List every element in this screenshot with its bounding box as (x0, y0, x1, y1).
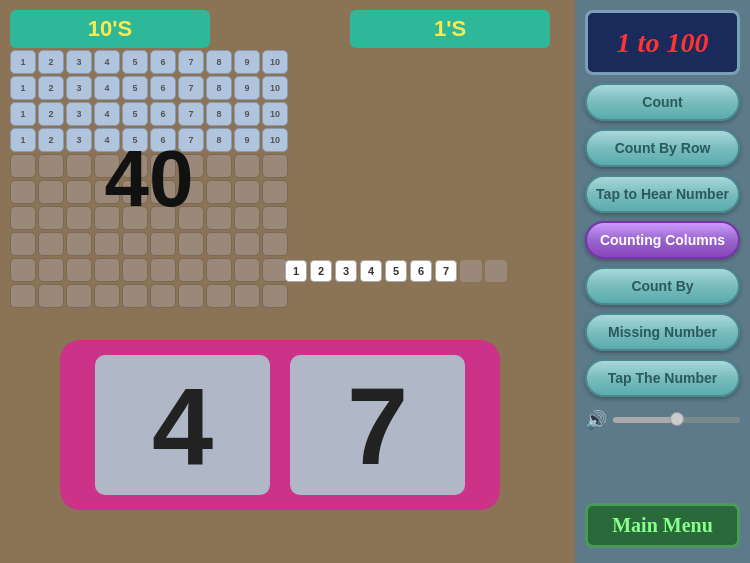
dot-cell[interactable] (206, 258, 232, 282)
dot-cell[interactable] (38, 180, 64, 204)
dot-cell[interactable] (66, 232, 92, 256)
dot-cell[interactable]: 1 (10, 50, 36, 74)
dot-cell[interactable] (234, 154, 260, 178)
dot-cell[interactable]: 5 (122, 50, 148, 74)
dot-cell[interactable]: 8 (206, 76, 232, 100)
volume-slider[interactable] (613, 417, 740, 423)
dot-cell[interactable] (178, 258, 204, 282)
dot-cell[interactable] (178, 284, 204, 308)
dot-cell[interactable] (122, 206, 148, 230)
dot-cell[interactable] (10, 284, 36, 308)
dot-cell[interactable] (122, 154, 148, 178)
dot-cell[interactable] (206, 232, 232, 256)
dot-cell[interactable] (150, 258, 176, 282)
dot-cell[interactable] (122, 180, 148, 204)
dot-cell[interactable]: 5 (122, 128, 148, 152)
dot-cell[interactable] (122, 258, 148, 282)
dot-cell[interactable] (206, 206, 232, 230)
dot-cell[interactable] (94, 206, 120, 230)
dot-cell[interactable] (150, 180, 176, 204)
dot-cell[interactable]: 7 (178, 128, 204, 152)
dot-cell[interactable] (234, 180, 260, 204)
dot-cell[interactable] (122, 284, 148, 308)
dot-cell[interactable]: 3 (66, 102, 92, 126)
dot-cell[interactable] (206, 154, 232, 178)
dot-cell[interactable] (206, 284, 232, 308)
dot-cell[interactable]: 1 (10, 76, 36, 100)
dot-cell[interactable]: 8 (206, 128, 232, 152)
dot-cell[interactable]: 2 (38, 76, 64, 100)
dot-cell[interactable] (206, 180, 232, 204)
row-number[interactable]: 1 (285, 260, 307, 282)
dot-cell[interactable] (66, 206, 92, 230)
dot-cell[interactable]: 3 (66, 128, 92, 152)
dot-cell[interactable] (234, 258, 260, 282)
dot-cell[interactable]: 3 (66, 50, 92, 74)
dot-cell[interactable] (94, 154, 120, 178)
row-number[interactable]: 7 (435, 260, 457, 282)
dot-cell[interactable]: 1 (10, 102, 36, 126)
dot-cell[interactable] (94, 258, 120, 282)
digit-display[interactable]: 4 7 (60, 340, 500, 510)
dot-cell[interactable] (150, 284, 176, 308)
dot-cell[interactable] (262, 284, 288, 308)
dot-cell[interactable] (10, 154, 36, 178)
dot-cell[interactable] (66, 284, 92, 308)
missing-number-button[interactable]: Missing Number (585, 313, 740, 351)
dot-grid[interactable]: 40 1234567891012345678910123456789101234… (10, 50, 288, 308)
dot-cell[interactable]: 4 (94, 50, 120, 74)
dot-cell[interactable] (178, 154, 204, 178)
dot-cell[interactable] (38, 284, 64, 308)
dot-cell[interactable] (38, 232, 64, 256)
dot-cell[interactable]: 10 (262, 76, 288, 100)
dot-cell[interactable]: 8 (206, 102, 232, 126)
dot-cell[interactable]: 2 (38, 50, 64, 74)
dot-cell[interactable] (10, 206, 36, 230)
dot-cell[interactable]: 6 (150, 76, 176, 100)
tap-number-button[interactable]: Tap The Number (585, 359, 740, 397)
dot-cell[interactable] (66, 154, 92, 178)
dot-cell[interactable]: 5 (122, 102, 148, 126)
dot-cell[interactable]: 2 (38, 102, 64, 126)
dot-cell[interactable]: 8 (206, 50, 232, 74)
main-menu-button[interactable]: Main Menu (585, 503, 740, 548)
dot-cell[interactable] (150, 232, 176, 256)
count-by-button[interactable]: Count By (585, 267, 740, 305)
dot-cell[interactable]: 10 (262, 102, 288, 126)
dot-cell[interactable] (38, 154, 64, 178)
dot-cell[interactable] (38, 206, 64, 230)
dot-cell[interactable] (10, 232, 36, 256)
row-number[interactable]: 6 (410, 260, 432, 282)
dot-cell[interactable]: 9 (234, 128, 260, 152)
dot-cell[interactable]: 9 (234, 102, 260, 126)
dot-cell[interactable]: 6 (150, 50, 176, 74)
row-number[interactable]: 4 (360, 260, 382, 282)
dot-cell[interactable]: 10 (262, 128, 288, 152)
dot-cell[interactable] (178, 232, 204, 256)
dot-cell[interactable] (94, 284, 120, 308)
count-by-row-button[interactable]: Count By Row (585, 129, 740, 167)
dot-cell[interactable]: 4 (94, 102, 120, 126)
dot-cell[interactable] (262, 206, 288, 230)
dot-cell[interactable] (66, 258, 92, 282)
tap-hear-button[interactable]: Tap to Hear Number (585, 175, 740, 213)
dot-cell[interactable]: 9 (234, 76, 260, 100)
dot-cell[interactable]: 9 (234, 50, 260, 74)
dot-cell[interactable]: 4 (94, 76, 120, 100)
dot-cell[interactable] (94, 232, 120, 256)
dot-cell[interactable]: 5 (122, 76, 148, 100)
dot-cell[interactable] (122, 232, 148, 256)
dot-cell[interactable] (38, 258, 64, 282)
dot-cell[interactable]: 10 (262, 50, 288, 74)
dot-cell[interactable]: 6 (150, 128, 176, 152)
dot-cell[interactable] (262, 154, 288, 178)
dot-cell[interactable] (10, 180, 36, 204)
dot-cell[interactable] (234, 284, 260, 308)
row-number[interactable]: 2 (310, 260, 332, 282)
dot-cell[interactable]: 1 (10, 128, 36, 152)
dot-cell[interactable]: 7 (178, 76, 204, 100)
count-button[interactable]: Count (585, 83, 740, 121)
dot-cell[interactable] (150, 154, 176, 178)
dot-cell[interactable] (262, 180, 288, 204)
dot-cell[interactable]: 7 (178, 102, 204, 126)
